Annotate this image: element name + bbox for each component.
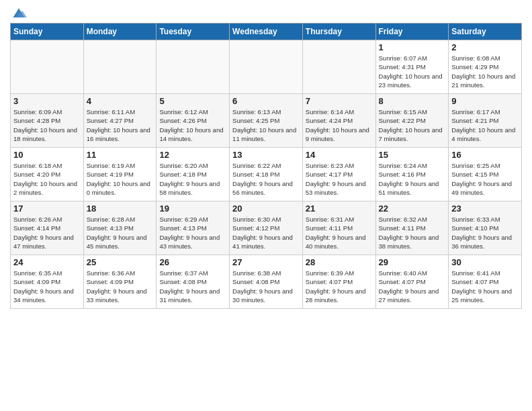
day-info-line: Sunset: 4:15 PM [451, 171, 498, 178]
calendar-cell: 1Sunrise: 6:07 AMSunset: 4:31 PMDaylight… [375, 40, 449, 94]
day-info-line: Sunset: 4:13 PM [87, 224, 134, 232]
day-info-line: Sunset: 4:17 PM [306, 171, 353, 178]
calendar-week-row: 1Sunrise: 6:07 AMSunset: 4:31 PMDaylight… [11, 40, 522, 94]
day-number: 26 [159, 257, 226, 267]
day-info-line: Daylight: 9 hours and 56 minutes. [232, 180, 293, 196]
day-info: Sunrise: 6:18 AMSunset: 4:20 PMDaylight:… [13, 161, 81, 197]
calendar-cell: 29Sunrise: 6:40 AMSunset: 4:07 PMDayligh… [375, 255, 449, 309]
calendar-cell: 7Sunrise: 6:14 AMSunset: 4:24 PMDaylight… [302, 94, 375, 148]
day-info: Sunrise: 6:17 AMSunset: 4:21 PMDaylight:… [451, 107, 519, 143]
calendar-cell [302, 40, 375, 94]
day-info-line: Sunrise: 6:32 AM [379, 216, 427, 223]
day-number: 14 [306, 150, 373, 160]
day-number: 25 [87, 257, 154, 267]
weekday-header: Monday [83, 24, 157, 40]
calendar-cell: 5Sunrise: 6:12 AMSunset: 4:26 PMDaylight… [157, 94, 230, 148]
day-info-line: Sunrise: 6:29 AM [159, 216, 208, 223]
day-info-line: Sunset: 4:07 PM [306, 278, 353, 285]
day-number: 18 [87, 203, 154, 214]
day-info-line: Sunset: 4:08 PM [232, 278, 279, 285]
day-info-line: Sunset: 4:25 PM [232, 117, 279, 124]
day-number: 27 [232, 257, 300, 267]
calendar-cell: 27Sunrise: 6:38 AMSunset: 4:08 PMDayligh… [230, 255, 303, 309]
day-info: Sunrise: 6:23 AMSunset: 4:17 PMDaylight:… [306, 161, 373, 197]
day-info: Sunrise: 6:09 AMSunset: 4:28 PMDaylight:… [13, 107, 81, 143]
weekday-header: Sunday [11, 24, 84, 40]
day-info: Sunrise: 6:25 AMSunset: 4:15 PMDaylight:… [451, 161, 519, 197]
day-info-line: Daylight: 10 hours and 21 minutes. [451, 73, 515, 89]
day-info-line: Sunset: 4:24 PM [306, 117, 353, 124]
day-info-line: Sunrise: 6:14 AM [306, 108, 354, 116]
day-info-line: Daylight: 9 hours and 28 minutes. [306, 287, 366, 304]
day-number: 5 [159, 96, 226, 106]
logo [10, 7, 27, 17]
day-info-line: Daylight: 10 hours and 18 minutes. [13, 126, 77, 142]
calendar-week-row: 24Sunrise: 6:35 AMSunset: 4:09 PMDayligh… [11, 255, 522, 309]
day-number: 15 [379, 150, 446, 160]
day-info-line: Daylight: 9 hours and 40 minutes. [306, 234, 366, 250]
day-info-line: Daylight: 9 hours and 25 minutes. [451, 287, 512, 304]
day-number: 20 [232, 203, 300, 214]
day-number: 10 [13, 150, 81, 160]
day-info: Sunrise: 6:41 AMSunset: 4:07 PMDaylight:… [451, 269, 519, 304]
day-info-line: Daylight: 10 hours and 9 minutes. [306, 126, 369, 142]
day-info-line: Daylight: 9 hours and 36 minutes. [451, 234, 512, 250]
day-info: Sunrise: 6:38 AMSunset: 4:08 PMDaylight:… [232, 269, 300, 304]
calendar-cell: 30Sunrise: 6:41 AMSunset: 4:07 PMDayligh… [449, 255, 522, 309]
header [10, 7, 522, 17]
day-info-line: Daylight: 10 hours and 11 minutes. [232, 126, 296, 142]
day-info: Sunrise: 6:36 AMSunset: 4:09 PMDaylight:… [87, 269, 154, 304]
day-number: 2 [451, 42, 519, 52]
day-info: Sunrise: 6:22 AMSunset: 4:18 PMDaylight:… [232, 161, 300, 197]
day-info-line: Sunset: 4:18 PM [232, 171, 279, 178]
day-info-line: Sunrise: 6:26 AM [13, 216, 62, 223]
day-number: 19 [159, 203, 226, 214]
calendar-cell [157, 40, 230, 94]
day-info: Sunrise: 6:20 AMSunset: 4:18 PMDaylight:… [159, 161, 226, 197]
day-info: Sunrise: 6:14 AMSunset: 4:24 PMDaylight:… [306, 107, 373, 143]
calendar-cell [83, 40, 157, 94]
day-info-line: Daylight: 9 hours and 49 minutes. [451, 180, 512, 196]
day-info-line: Sunrise: 6:11 AM [87, 108, 135, 116]
day-info-line: Sunrise: 6:24 AM [379, 162, 427, 169]
day-info-line: Sunset: 4:19 PM [87, 171, 134, 178]
day-info: Sunrise: 6:13 AMSunset: 4:25 PMDaylight:… [232, 107, 300, 143]
day-number: 21 [306, 203, 373, 214]
calendar-cell: 14Sunrise: 6:23 AMSunset: 4:17 PMDayligh… [302, 148, 375, 201]
calendar-week-row: 3Sunrise: 6:09 AMSunset: 4:28 PMDaylight… [11, 94, 522, 148]
day-info-line: Daylight: 10 hours and 16 minutes. [87, 126, 150, 142]
weekday-header: Saturday [449, 24, 522, 40]
day-info: Sunrise: 6:28 AMSunset: 4:13 PMDaylight:… [87, 215, 154, 250]
day-info: Sunrise: 6:37 AMSunset: 4:08 PMDaylight:… [159, 269, 226, 304]
day-info-line: Sunset: 4:31 PM [379, 63, 426, 71]
day-info: Sunrise: 6:35 AMSunset: 4:09 PMDaylight:… [13, 269, 81, 304]
day-info-line: Daylight: 9 hours and 33 minutes. [87, 287, 147, 304]
day-info-line: Daylight: 9 hours and 43 minutes. [159, 234, 220, 250]
day-info-line: Sunrise: 6:30 AM [232, 216, 281, 223]
day-info-line: Sunrise: 6:22 AM [232, 162, 281, 169]
day-number: 23 [451, 203, 519, 214]
calendar-week-row: 17Sunrise: 6:26 AMSunset: 4:14 PMDayligh… [11, 201, 522, 255]
day-info-line: Sunset: 4:11 PM [379, 224, 426, 232]
day-info-line: Sunrise: 6:41 AM [451, 269, 500, 277]
calendar-cell [11, 40, 84, 94]
day-info-line: Sunset: 4:12 PM [232, 224, 279, 232]
calendar-cell: 6Sunrise: 6:13 AMSunset: 4:25 PMDaylight… [230, 94, 303, 148]
weekday-header: Tuesday [157, 24, 230, 40]
day-number: 13 [232, 150, 300, 160]
calendar-cell: 23Sunrise: 6:33 AMSunset: 4:10 PMDayligh… [449, 201, 522, 255]
day-info-line: Sunrise: 6:19 AM [87, 162, 135, 169]
day-info: Sunrise: 6:07 AMSunset: 4:31 PMDaylight:… [379, 54, 446, 89]
day-info-line: Daylight: 9 hours and 51 minutes. [379, 180, 439, 196]
calendar-cell: 26Sunrise: 6:37 AMSunset: 4:08 PMDayligh… [157, 255, 230, 309]
day-info-line: Sunset: 4:27 PM [87, 117, 134, 124]
day-info-line: Sunrise: 6:38 AM [232, 269, 281, 277]
calendar-cell: 3Sunrise: 6:09 AMSunset: 4:28 PMDaylight… [11, 94, 84, 148]
day-info-line: Daylight: 9 hours and 58 minutes. [159, 180, 220, 196]
day-info-line: Sunrise: 6:40 AM [379, 269, 427, 277]
day-info-line: Daylight: 10 hours and 4 minutes. [451, 126, 515, 142]
day-info-line: Sunset: 4:13 PM [159, 224, 206, 232]
day-info-line: Daylight: 10 hours and 14 minutes. [159, 126, 223, 142]
day-info-line: Daylight: 9 hours and 41 minutes. [232, 234, 293, 250]
day-number: 16 [451, 150, 519, 160]
